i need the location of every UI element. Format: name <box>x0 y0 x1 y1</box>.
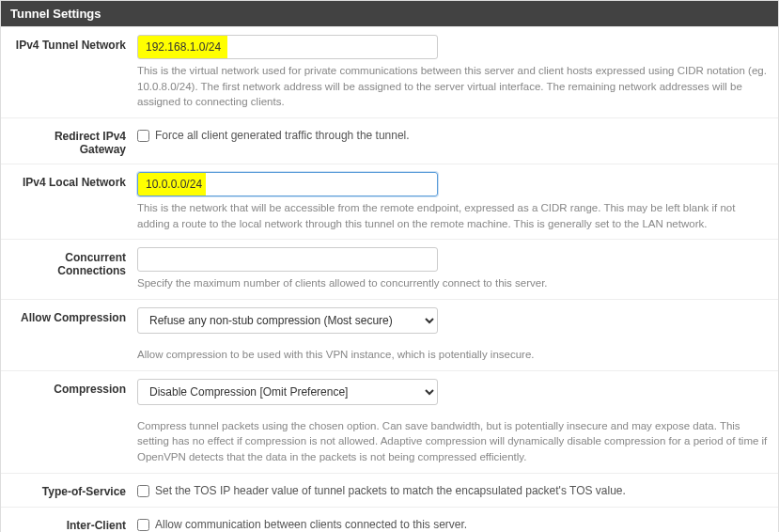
label-compression: Compression <box>10 379 137 465</box>
label-ipv4-tunnel: IPv4 Tunnel Network <box>10 35 137 110</box>
label-concurrent: Concurrent Connections <box>10 247 137 291</box>
panel-title: Tunnel Settings <box>1 1 778 26</box>
allow-compression-select[interactable]: Refuse any non-stub compression (Most se… <box>137 307 438 334</box>
row-tos: Type-of-Service Set the TOS IP header va… <box>1 473 778 507</box>
concurrent-input[interactable] <box>137 247 438 272</box>
label-inter-client: Inter-Client Communication <box>10 515 137 532</box>
redirect-gateway-cblabel: Force all client generated traffic throu… <box>155 128 410 144</box>
label-redirect-gateway: Redirect IPv4 Gateway <box>10 126 137 156</box>
row-inter-client: Inter-Client Communication Allow communi… <box>1 507 778 532</box>
help-ipv4-local: This is the network that will be accessi… <box>137 200 769 231</box>
row-allow-compression: Allow Compression Refuse any non-stub co… <box>1 299 778 370</box>
tos-checkbox[interactable] <box>137 485 149 497</box>
help-allow-compression: Allow compression to be used with this V… <box>137 347 769 363</box>
ipv4-tunnel-input[interactable] <box>137 35 438 59</box>
label-allow-compression: Allow Compression <box>10 307 137 363</box>
label-tos: Type-of-Service <box>10 481 137 499</box>
tunnel-settings-panel: Tunnel Settings IPv4 Tunnel Network This… <box>0 0 779 532</box>
inter-client-checkbox[interactable] <box>137 519 149 531</box>
compression-select[interactable]: Disable Compression [Omit Preference] <box>137 379 438 405</box>
label-ipv4-local: IPv4 Local Network <box>10 172 137 231</box>
ipv4-local-input[interactable] <box>137 172 438 196</box>
redirect-gateway-checkbox[interactable] <box>137 130 149 142</box>
help-compression: Compress tunnel packets using the chosen… <box>137 418 769 465</box>
inter-client-cblabel: Allow communication between clients conn… <box>155 517 467 532</box>
help-concurrent: Specify the maximum number of clients al… <box>137 275 769 291</box>
row-ipv4-tunnel: IPv4 Tunnel Network This is the virtual … <box>1 26 778 117</box>
row-ipv4-local: IPv4 Local Network This is the network t… <box>1 164 778 239</box>
row-redirect-gateway: Redirect IPv4 Gateway Force all client g… <box>1 117 778 164</box>
help-ipv4-tunnel: This is the virtual network used for pri… <box>137 63 769 110</box>
row-compression: Compression Disable Compression [Omit Pr… <box>1 370 778 473</box>
tos-cblabel: Set the TOS IP header value of tunnel pa… <box>155 483 626 499</box>
row-concurrent: Concurrent Connections Specify the maxim… <box>1 239 778 299</box>
